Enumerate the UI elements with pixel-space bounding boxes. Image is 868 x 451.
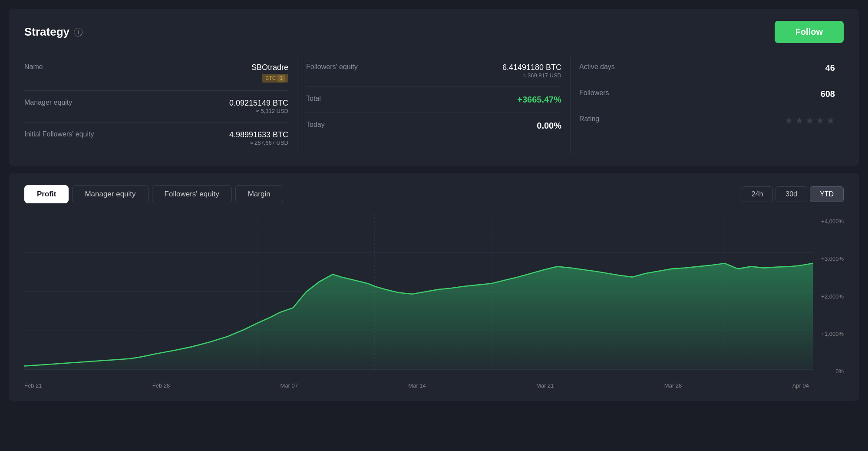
stat-row-total: Total +3665.47% (306, 87, 561, 113)
stats-col-3: Active days 46 Followers 608 Rating ★ ★ … (571, 55, 844, 154)
stat-row-followers: Followers 608 (579, 81, 835, 107)
stat-row-active-days: Active days 46 (579, 55, 835, 81)
time-24h[interactable]: 24h (742, 186, 773, 202)
active-days-main: 46 (825, 63, 835, 73)
manager-equity-main: 0.09215149 BTC (229, 99, 288, 108)
btc-badge-text: BTC (265, 75, 276, 81)
x-label-feb28: Feb 28 (152, 382, 170, 389)
time-ytd[interactable]: YTD (810, 186, 844, 202)
stats-col-1: Name SBOtradre BTC 1 Manager equity 0.09… (24, 55, 297, 154)
rating-stars: ★ ★ ★ ★ ★ (785, 115, 835, 126)
manager-equity-sub: ≈ 5,312 USD (229, 108, 288, 114)
star-2: ★ (795, 115, 804, 126)
btc-badge-num: 1 (277, 75, 285, 82)
info-icon[interactable]: i (74, 28, 83, 36)
stat-value-initial-followers: 4.98991633 BTC ≈ 287,667 USD (229, 130, 288, 146)
stat-row-today: Today 0.00% (306, 113, 561, 139)
tab-margin[interactable]: Margin (235, 185, 283, 203)
chart-tabs: Profit Manager equity Followers' equity … (24, 185, 283, 203)
stat-label-today: Today (306, 121, 325, 129)
chart-svg (24, 214, 844, 379)
chart-area: +4,000% +3,000% +2,000% +1,000% 0% (24, 214, 844, 379)
y-label-0: 0% (809, 368, 844, 375)
stat-label-followers-equity: Followers' equity (306, 63, 358, 71)
x-label-apr04: Apr 04 (792, 382, 809, 389)
stat-label-total: Total (306, 95, 321, 103)
stat-row-name: Name SBOtradre BTC 1 (24, 55, 288, 91)
tab-manager-equity[interactable]: Manager equity (72, 185, 148, 203)
stat-value-followers: 608 (821, 89, 835, 99)
followers-equity-main: 6.41491180 BTC (502, 63, 561, 72)
stat-label-initial-followers: Initial Followers' equity (24, 130, 94, 138)
star-5: ★ (826, 115, 835, 126)
stat-label-manager-equity: Manager equity (24, 99, 72, 106)
stat-value-active-days: 46 (825, 63, 835, 73)
stats-grid: Name SBOtradre BTC 1 Manager equity 0.09… (24, 55, 844, 154)
star-4: ★ (816, 115, 825, 126)
trader-name: SBOtradre (251, 63, 288, 72)
initial-followers-main: 4.98991633 BTC (229, 130, 288, 139)
y-label-3000: +3,000% (809, 255, 844, 262)
chart-controls: Profit Manager equity Followers' equity … (24, 185, 844, 203)
stat-value-followers-equity: 6.41491180 BTC ≈ 369,817 USD (502, 63, 561, 79)
chart-card: Profit Manager equity Followers' equity … (9, 173, 859, 401)
stat-row-rating: Rating ★ ★ ★ ★ ★ (579, 107, 835, 134)
x-label-feb21: Feb 21 (24, 382, 42, 389)
strategy-header: Strategy i Follow (24, 21, 844, 43)
stat-row-manager-equity: Manager equity 0.09215149 BTC ≈ 5,312 US… (24, 91, 288, 123)
y-axis-labels: +4,000% +3,000% +2,000% +1,000% 0% (809, 214, 844, 379)
total-main: +3665.47% (517, 95, 561, 105)
stat-label-active-days: Active days (579, 63, 615, 71)
time-buttons: 24h 30d YTD (742, 186, 844, 202)
initial-followers-sub: ≈ 287,667 USD (229, 139, 288, 146)
tab-followers-equity[interactable]: Followers' equity (152, 185, 232, 203)
stat-label-rating: Rating (579, 115, 599, 123)
tab-profit[interactable]: Profit (24, 185, 69, 203)
x-label-mar21: Mar 21 (536, 382, 554, 389)
stat-row-followers-equity: Followers' equity 6.41491180 BTC ≈ 369,8… (306, 55, 561, 87)
strategy-title: Strategy (24, 25, 69, 39)
stat-label-name: Name (24, 63, 43, 71)
y-label-2000: +2,000% (809, 293, 844, 300)
stat-value-today: 0.00% (537, 121, 561, 131)
stats-col-2: Followers' equity 6.41491180 BTC ≈ 369,8… (297, 55, 571, 154)
star-3: ★ (805, 115, 814, 126)
stat-value-manager-equity: 0.09215149 BTC ≈ 5,312 USD (229, 99, 288, 114)
x-label-mar28: Mar 28 (664, 382, 682, 389)
time-30d[interactable]: 30d (776, 186, 807, 202)
x-axis-labels: Feb 21 Feb 28 Mar 07 Mar 14 Mar 21 Mar 2… (24, 379, 844, 389)
strategy-card: Strategy i Follow Name SBOtradre BTC 1 M (9, 9, 859, 166)
chart-fill (24, 263, 813, 370)
strategy-title-group: Strategy i (24, 25, 83, 39)
x-label-mar07: Mar 07 (281, 382, 298, 389)
followers-main: 608 (821, 89, 835, 99)
stat-label-followers: Followers (579, 89, 609, 97)
x-label-mar14: Mar 14 (408, 382, 426, 389)
btc-badge: BTC 1 (262, 74, 288, 83)
stat-row-initial-followers: Initial Followers' equity 4.98991633 BTC… (24, 123, 288, 154)
follow-button[interactable]: Follow (775, 21, 844, 43)
y-label-4000: +4,000% (809, 218, 844, 225)
followers-equity-sub: ≈ 369,817 USD (502, 72, 561, 79)
today-main: 0.00% (537, 121, 561, 131)
stat-value-name: SBOtradre BTC 1 (251, 63, 288, 83)
star-1: ★ (785, 115, 793, 126)
stat-value-total: +3665.47% (517, 95, 561, 105)
y-label-1000: +1,000% (809, 331, 844, 337)
